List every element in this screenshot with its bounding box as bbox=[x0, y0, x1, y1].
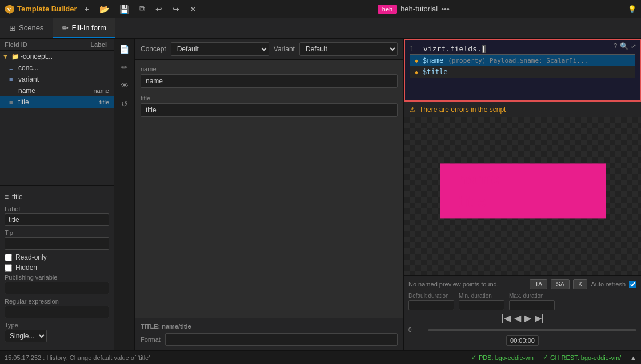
toolbar-refresh-icon[interactable]: ↺ bbox=[117, 96, 133, 112]
go-start-btn[interactable]: |◀ bbox=[501, 313, 510, 323]
hidden-label: Hidden bbox=[15, 264, 37, 272]
props-regex-row: Regular expression bbox=[5, 298, 109, 318]
tree-item-conc[interactable]: ≡ conc... bbox=[0, 62, 114, 74]
editor-expand-icon[interactable]: ⤢ bbox=[631, 42, 636, 50]
regex-input[interactable] bbox=[5, 306, 109, 318]
tree-variant-label: variant bbox=[18, 75, 111, 83]
center-info: heh heh-tutorial ••• bbox=[378, 5, 450, 14]
tab-fill-form-label: Fill-in form bbox=[71, 23, 106, 32]
tree-name-right: name bbox=[77, 87, 111, 94]
tab-scenes[interactable]: ⊞ Scenes bbox=[0, 18, 53, 38]
close-button[interactable]: ✕ bbox=[187, 3, 199, 15]
nav-bar: ⊞ Scenes ✏ Fill-in form bbox=[0, 18, 641, 39]
new-button[interactable]: + bbox=[82, 3, 92, 15]
props-readonly-row: Read-only bbox=[5, 253, 109, 261]
btn-ta[interactable]: TA bbox=[530, 279, 547, 289]
open-button[interactable]: 📂 bbox=[97, 3, 112, 15]
properties-panel: ≡ title Label Tip Read-only Hidden Publi… bbox=[0, 185, 114, 350]
tab-fill-form[interactable]: ✏ Fill-in form bbox=[53, 18, 115, 38]
type-select[interactable]: Single... bbox=[5, 330, 47, 342]
timeline-bar[interactable] bbox=[428, 329, 636, 331]
code-editor[interactable]: ? 🔍 ⤢ 1 vizrt.fields.| ◆ $name (property… bbox=[404, 39, 641, 102]
status-time-value: 15:05:17:252 bbox=[5, 354, 41, 361]
readonly-label: Read-only bbox=[15, 253, 47, 261]
app-title: Template Builder bbox=[17, 5, 77, 13]
toolbar-eye-icon[interactable]: 👁 bbox=[117, 78, 133, 94]
field-name-input[interactable] bbox=[141, 74, 398, 88]
file-icon1: ≡ bbox=[9, 64, 18, 71]
tree-item-title[interactable]: ≡ title title bbox=[0, 96, 114, 108]
code-text-1: vizrt.fields.| bbox=[423, 45, 486, 53]
variant-select[interactable]: Default bbox=[299, 42, 398, 56]
editor-search-icon[interactable]: 🔍 bbox=[620, 42, 628, 50]
max-dur-input[interactable] bbox=[509, 300, 555, 310]
col-field-id: Field ID bbox=[5, 41, 75, 48]
footer-format-row: Format bbox=[141, 333, 398, 346]
preview-area: name title bbox=[404, 117, 641, 275]
publishing-var-input[interactable] bbox=[5, 282, 109, 294]
toolbar-edit-icon[interactable]: ✏ bbox=[117, 59, 133, 75]
tree-title-right: title bbox=[77, 99, 111, 106]
toolbar-page-icon[interactable]: 📄 bbox=[117, 41, 133, 57]
scenes-icon: ⊞ bbox=[9, 23, 16, 33]
center-panel: Concept Default Variant Default name tit… bbox=[135, 39, 404, 350]
concept-select[interactable]: Default bbox=[171, 42, 269, 56]
sidebar-header: Field ID Label bbox=[0, 39, 114, 51]
label-input[interactable] bbox=[5, 213, 109, 226]
autocomplete-name-2: $title bbox=[423, 68, 447, 76]
format-input[interactable] bbox=[165, 333, 398, 346]
folder-icon2: 📁 bbox=[11, 53, 21, 60]
status-bar: 15:05:17:252 : History: Change default v… bbox=[0, 350, 641, 364]
btn-sa[interactable]: SA bbox=[551, 279, 570, 289]
timecode: 00:00:00 bbox=[506, 335, 539, 346]
auto-refresh-label: Auto-refresh bbox=[591, 281, 626, 288]
tree-name-label: name bbox=[18, 87, 77, 95]
autocomplete-desc-1: (property) Payload.$name: ScalarFi... bbox=[448, 57, 588, 64]
field-title-label: title bbox=[141, 95, 398, 102]
help-icon[interactable]: 💡 bbox=[628, 5, 636, 13]
min-dur-label: Min. duration bbox=[459, 293, 504, 299]
publishing-var-label: Publishing variable bbox=[5, 274, 109, 281]
tree-item-concept[interactable]: ▼ 📁 -concept... bbox=[0, 51, 114, 62]
play-btn[interactable]: ▶ bbox=[524, 313, 531, 323]
step-fwd-btn[interactable]: ▶| bbox=[535, 313, 544, 323]
tab-scenes-label: Scenes bbox=[19, 23, 43, 32]
svg-text:V: V bbox=[7, 7, 11, 13]
save-button[interactable]: 💾 bbox=[117, 3, 132, 15]
field-title-input[interactable] bbox=[141, 103, 398, 117]
tree-title-label: title bbox=[18, 98, 77, 106]
type-label: Type bbox=[5, 322, 109, 329]
props-title-icon: ≡ bbox=[5, 193, 9, 201]
autocomplete-item-name[interactable]: ◆ $name (property) Payload.$name: Scalar… bbox=[410, 55, 635, 66]
readonly-checkbox[interactable] bbox=[5, 254, 12, 261]
pds-status: PDS: bgo-eddie-vm bbox=[471, 354, 534, 361]
autocomplete-name-1: $name bbox=[423, 56, 443, 64]
no-preview-msg: No named preview points found. bbox=[408, 281, 526, 288]
duration-row: Default duration Min. duration Max. dura… bbox=[408, 293, 636, 310]
export-button[interactable]: ⧉ bbox=[137, 3, 148, 15]
editor-help-icon[interactable]: ? bbox=[614, 42, 618, 50]
error-icon: ⚠ bbox=[410, 106, 416, 114]
auto-refresh-checkbox[interactable] bbox=[629, 281, 636, 288]
default-dur-input[interactable] bbox=[408, 300, 454, 310]
btn-k[interactable]: K bbox=[573, 279, 587, 289]
timeline-row: 0 bbox=[408, 326, 636, 334]
hidden-checkbox[interactable] bbox=[5, 264, 12, 272]
status-expand[interactable]: ▲ bbox=[630, 354, 636, 361]
undo-button[interactable]: ↩ bbox=[153, 3, 165, 15]
step-back-btn[interactable]: ◀ bbox=[514, 313, 521, 323]
min-dur-input[interactable] bbox=[459, 300, 504, 310]
folder-icon: ▼ bbox=[2, 53, 11, 60]
redo-button[interactable]: ↪ bbox=[170, 3, 182, 15]
autocomplete-item-title[interactable]: ◆ $title bbox=[410, 66, 635, 78]
format-label: Format bbox=[141, 336, 161, 343]
project-menu-button[interactable]: ••• bbox=[441, 5, 450, 14]
tree-item-name[interactable]: ≡ name name bbox=[0, 85, 114, 96]
props-type-row: Type Single... bbox=[5, 322, 109, 342]
preview-title-text: title bbox=[449, 191, 596, 213]
props-title: ≡ title bbox=[5, 191, 109, 205]
tip-input[interactable] bbox=[5, 237, 109, 250]
gh-rest-status: GH REST: bgo-eddie-vm/ bbox=[543, 354, 621, 361]
app-logo: V Template Builder bbox=[5, 4, 77, 14]
tree-item-variant[interactable]: ≡ variant bbox=[0, 74, 114, 85]
